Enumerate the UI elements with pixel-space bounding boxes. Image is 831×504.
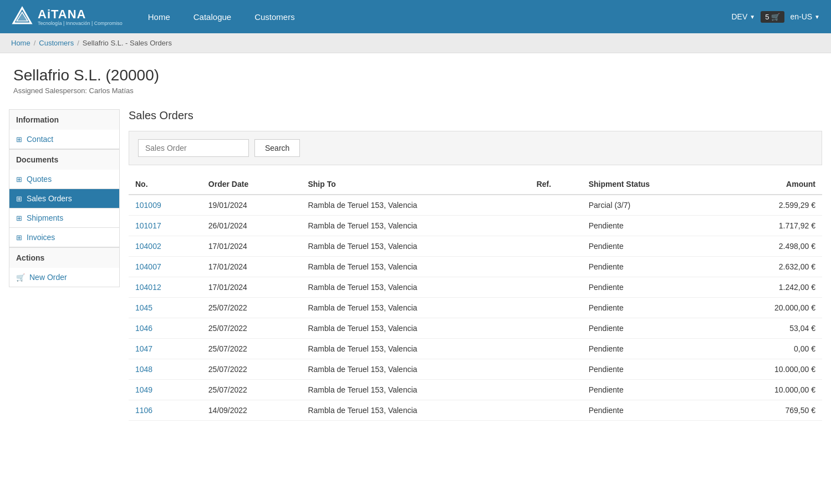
- sidebar-section-information: Information: [9, 109, 120, 130]
- breadcrumb-customers[interactable]: Customers: [39, 39, 74, 47]
- order-link[interactable]: 1106: [135, 406, 152, 415]
- sidebar-section-documents: Documents: [9, 149, 120, 170]
- contact-icon: ⊞: [16, 135, 22, 144]
- nav-customers[interactable]: Customers: [246, 8, 304, 26]
- table-header: No. Order Date Ship To Ref. Shipment Sta…: [129, 174, 822, 195]
- cart-icon: 🛒: [771, 13, 780, 21]
- cell-amount: 1.717,92 €: [721, 216, 822, 236]
- order-link[interactable]: 1049: [135, 385, 152, 394]
- breadcrumb-bar: Home / Customers / Sellafrio S.L. - Sale…: [0, 33, 831, 53]
- sidebar: Information ⊞ Contact Documents ⊞ Quotes…: [9, 109, 120, 504]
- col-no: No.: [129, 174, 202, 195]
- cell-ref: [530, 339, 582, 359]
- section-title: Sales Orders: [129, 109, 822, 122]
- nav-catalogue[interactable]: Catalogue: [185, 8, 240, 26]
- cell-amount: 10.000,00 €: [721, 359, 822, 380]
- cell-ship-to: Rambla de Teruel 153, Valencia: [301, 380, 529, 400]
- cell-ship-to: Rambla de Teruel 153, Valencia: [301, 298, 529, 318]
- order-link[interactable]: 1047: [135, 344, 152, 353]
- cell-ship-to: Rambla de Teruel 153, Valencia: [301, 257, 529, 277]
- locale-menu[interactable]: en-US ▼: [790, 12, 820, 21]
- cell-no: 101009: [129, 195, 202, 216]
- table-body: 101009 19/01/2024 Rambla de Teruel 153, …: [129, 195, 822, 421]
- cell-status: Pendiente: [582, 339, 721, 359]
- cell-ship-to: Rambla de Teruel 153, Valencia: [301, 216, 529, 236]
- page-header: Sellafrio S.L. (20000) Assigned Salesper…: [0, 53, 831, 100]
- breadcrumb-home[interactable]: Home: [11, 39, 30, 47]
- cell-amount: 53,04 €: [721, 318, 822, 339]
- page-subtitle: Assigned Salesperson: Carlos Matías: [13, 86, 818, 95]
- sidebar-item-sales-orders[interactable]: ⊞ Sales Orders: [9, 189, 120, 208]
- order-link[interactable]: 101009: [135, 201, 161, 210]
- cell-ref: [530, 257, 582, 277]
- cell-no: 104002: [129, 236, 202, 257]
- content-area: Sales Orders Search No. Order Date Ship …: [129, 109, 822, 504]
- cell-ship-to: Rambla de Teruel 153, Valencia: [301, 195, 529, 216]
- cell-status: Pendiente: [582, 257, 721, 277]
- table-row: 1045 25/07/2022 Rambla de Teruel 153, Va…: [129, 298, 822, 318]
- cell-ref: [530, 400, 582, 421]
- breadcrumb-sep-2: /: [77, 39, 79, 47]
- cell-ship-to: Rambla de Teruel 153, Valencia: [301, 277, 529, 298]
- order-link[interactable]: 101017: [135, 221, 161, 230]
- cell-ship-to: Rambla de Teruel 153, Valencia: [301, 400, 529, 421]
- sidebar-item-invoices[interactable]: ⊞ Invoices: [9, 228, 120, 247]
- cell-status: Pendiente: [582, 216, 721, 236]
- search-input[interactable]: [138, 139, 249, 157]
- sidebar-item-quotes[interactable]: ⊞ Quotes: [9, 170, 120, 189]
- search-button[interactable]: Search: [254, 139, 300, 157]
- top-navigation: AiTANA Tecnología | Innovación | Comprom…: [0, 0, 831, 33]
- sidebar-item-new-order[interactable]: 🛒 New Order: [9, 268, 120, 287]
- cell-amount: 2.599,29 €: [721, 195, 822, 216]
- cell-status: Pendiente: [582, 380, 721, 400]
- col-order-date: Order Date: [202, 174, 302, 195]
- order-link[interactable]: 104002: [135, 242, 161, 251]
- cell-ship-to: Rambla de Teruel 153, Valencia: [301, 318, 529, 339]
- cell-date: 25/07/2022: [202, 298, 302, 318]
- cell-date: 17/01/2024: [202, 277, 302, 298]
- dev-menu[interactable]: DEV ▼: [731, 12, 755, 21]
- table-row: 104007 17/01/2024 Rambla de Teruel 153, …: [129, 257, 822, 277]
- order-link[interactable]: 104012: [135, 283, 161, 292]
- cell-status: Pendiente: [582, 236, 721, 257]
- cell-ship-to: Rambla de Teruel 153, Valencia: [301, 359, 529, 380]
- order-link[interactable]: 1045: [135, 303, 152, 312]
- new-order-icon: 🛒: [16, 273, 25, 282]
- cell-ref: [530, 380, 582, 400]
- search-bar: Search: [129, 131, 822, 165]
- cell-amount: 2.498,00 €: [721, 236, 822, 257]
- nav-home[interactable]: Home: [139, 8, 179, 26]
- sidebar-item-shipments[interactable]: ⊞ Shipments: [9, 208, 120, 228]
- order-link[interactable]: 1048: [135, 365, 152, 374]
- cell-date: 25/07/2022: [202, 318, 302, 339]
- breadcrumb-sep-1: /: [34, 39, 36, 47]
- order-link[interactable]: 104007: [135, 262, 161, 271]
- cell-date: 17/01/2024: [202, 236, 302, 257]
- cell-no: 101017: [129, 216, 202, 236]
- order-link[interactable]: 1046: [135, 324, 152, 333]
- cell-ref: [530, 236, 582, 257]
- cell-status: Pendiente: [582, 318, 721, 339]
- cell-date: 25/07/2022: [202, 339, 302, 359]
- col-ship-to: Ship To: [301, 174, 529, 195]
- cell-amount: 2.632,00 €: [721, 257, 822, 277]
- cell-no: 1106: [129, 400, 202, 421]
- cell-ref: [530, 277, 582, 298]
- sidebar-item-contact[interactable]: ⊞ Contact: [9, 130, 120, 149]
- table-row: 104012 17/01/2024 Rambla de Teruel 153, …: [129, 277, 822, 298]
- cell-ref: [530, 359, 582, 380]
- cart-button[interactable]: 5 🛒: [761, 11, 784, 23]
- cell-amount: 10.000,00 €: [721, 380, 822, 400]
- cell-date: 26/01/2024: [202, 216, 302, 236]
- table-row: 104002 17/01/2024 Rambla de Teruel 153, …: [129, 236, 822, 257]
- logo[interactable]: AiTANA Tecnología | Innovación | Comprom…: [11, 6, 123, 28]
- cell-amount: 1.242,00 €: [721, 277, 822, 298]
- cell-status: Pendiente: [582, 359, 721, 380]
- logo-text: AiTANA: [38, 7, 86, 21]
- cell-status: Parcial (3/7): [582, 195, 721, 216]
- cell-ship-to: Rambla de Teruel 153, Valencia: [301, 236, 529, 257]
- shipments-icon: ⊞: [16, 214, 22, 222]
- cell-no: 104007: [129, 257, 202, 277]
- cell-amount: 20.000,00 €: [721, 298, 822, 318]
- col-shipment-status: Shipment Status: [582, 174, 721, 195]
